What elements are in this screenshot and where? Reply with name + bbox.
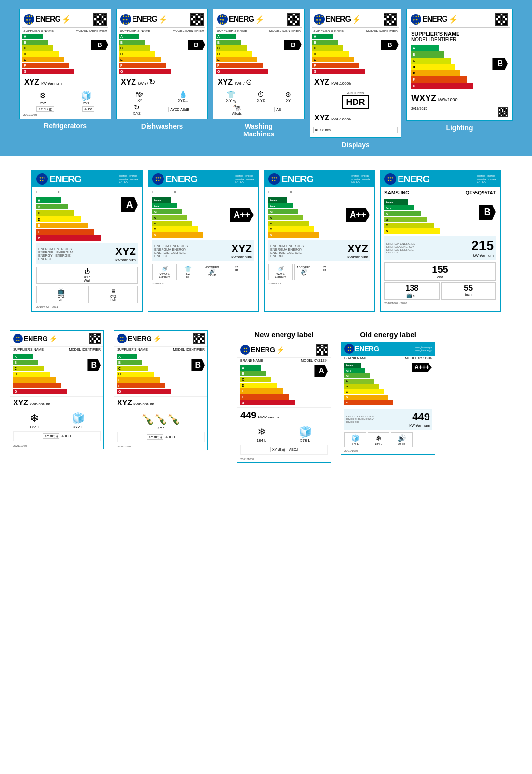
nl-comp-header: ★★★★ ENERG⚡ [237, 342, 331, 358]
wm-icon-row2: 🐄 ABcds ABm [216, 104, 302, 115]
wm-water-val: ABcds [232, 112, 242, 115]
bar-f: F [22, 63, 69, 68]
bar-d: D [22, 51, 59, 57]
fn2-header: ★★★★ ENERG⚡ [114, 331, 207, 347]
old-bar-a: A [344, 379, 374, 384]
wm-water: 🐄 [233, 104, 241, 111]
dw-icon-row1: 🍽 XY 💧 XYZ... [119, 90, 205, 102]
nl3-noise-db-val: .YZ [301, 274, 306, 277]
nl1-icon-screen: 📺 XYZ cm [36, 286, 86, 303]
nl1-eu-stars: ★★★★ ★ [36, 173, 48, 185]
dw-icon-row2: ↻ X:YZ AYCD ABdB [119, 104, 205, 115]
nl2-bar-d: D [152, 232, 203, 238]
gap-2 [0, 320, 532, 326]
fn1-model: MODEL IDENTIFIER [69, 348, 101, 351]
old-fridge-icon: 🧊 [351, 434, 359, 442]
nlc-icons: ❄ 184 L 🧊 578 L [237, 423, 331, 445]
samsung-bar-app: A++ [384, 205, 414, 210]
samsung-name: SAMSUNG [384, 190, 409, 195]
model-id: MODEL IDENTIFIER [76, 29, 107, 32]
nl2-energy-unit: kWh/annum [231, 255, 252, 259]
qr-code-disp [384, 13, 397, 26]
fn1-noise-box: XY dB))) [43, 433, 59, 439]
monitor-icon-nl1: 🖥 [110, 288, 116, 295]
old-icon-freeze: ❄ 184 L [368, 432, 389, 447]
scale-rating: A B C D E F G B [22, 34, 108, 74]
light-bottom: 2019/2015 [409, 105, 510, 118]
samsung-bar-c: D [384, 228, 440, 234]
fn1-fridge-box: 🧊 XYZ L [72, 412, 85, 429]
nl2-energy-section: ENERGIA ENERGIESENERGIJA ENERGYENERGIE E… [152, 240, 254, 261]
supplier-row: SUPPLIER'S NAME MODEL IDENTIFIER [22, 29, 108, 32]
fn2-wine-val: XYZ [157, 426, 165, 430]
fn1-scale-bars: A B C D E F G [13, 354, 85, 394]
water-icon-nl3: 🚿 [277, 266, 284, 272]
energy-value-disp: XYZ [313, 76, 330, 88]
nl2-top-band: ★★★★ ★ ENERG energia · energiaenergija ·… [148, 171, 258, 187]
light-energy-value: WXYZ [411, 93, 436, 103]
supplier-row-wm: SUPPLIER'S NAME MODEL IDENTIFIER [216, 29, 302, 32]
nl3-icon-noise-class: ABCDEFG 🔊 .YZ [294, 264, 313, 280]
dw-bar-g: G [119, 69, 171, 74]
fn1-eu: ★★★★ [13, 334, 23, 343]
energy-label-dishwasher: ★★★★ ★★★★ ENERG⚡ SUPPLIER'S NAME MODEL I… [116, 9, 208, 119]
new-label-samsung: ★★★★ ★ ENERG energia · energiaenergija ·… [380, 170, 501, 312]
fn2-bar-f: F [117, 383, 165, 388]
energ-text-wm: ENERG [229, 15, 254, 24]
category-label-washing: WashingMachines [243, 122, 274, 138]
nl1-bar-f: F [36, 229, 94, 235]
category-refrigerators: ★★★★ ★★★★ ENERG⚡ SUPPLIER'S NAME MODEL I… [19, 9, 111, 149]
disp-bar-f: F [312, 63, 359, 68]
clock-icon: ⏱ [257, 90, 264, 98]
old-bar-c: C [344, 389, 384, 394]
nl1-energ: ENERG [49, 174, 81, 185]
energy-label-washing: ★★★★ ★★★★ ENERG⚡ SUPPLIER'S NAME MODEL I… [213, 9, 305, 119]
nl1-bar-g: G [36, 235, 101, 241]
old-comp-eu: ★★★★ [344, 344, 354, 354]
samsung-watt-unit: Watt [437, 275, 443, 279]
samsung-energ: ENERG [398, 174, 429, 185]
nl2-full-scale: A+++ A++ A+ A B C D [152, 197, 228, 238]
nl2-icons-grid: 🚿 VWXYZ L/annum 👕 Y,Z kg ABCDEFG 🔊 YZ dB [152, 264, 254, 280]
old-label-title: Old energy label [341, 330, 435, 339]
energy-label-fridge: ★★★★ ★★★★ ENERG⚡ SUPPLIER'S NAME MODEL I… [19, 9, 111, 119]
nl2-reg: 2010/XYZ [152, 282, 254, 285]
fn1-snow-val: XYZ L [29, 425, 40, 429]
samsung-inch-val: 55 [464, 284, 473, 293]
supplier-name-dw: SUPPLIER'S NAME [120, 29, 150, 32]
rating-arrow: B [91, 40, 108, 50]
wm-bar-e: E [216, 57, 257, 62]
old-freeze-icon: ❄ [376, 434, 382, 442]
nl1-cm-val: XYZ [58, 295, 65, 298]
nl1-bar-c: C [36, 210, 74, 216]
bar-g: G [22, 69, 74, 74]
energ-logo: ★★★★ ★★★★ ENERG⚡ [24, 14, 71, 25]
light-scale-bars: A B C D E F G [411, 45, 490, 89]
lightning-icon: ⚡ [61, 15, 71, 24]
nl1-logo: ★★★★ ★ ENERG [36, 173, 81, 185]
old-comp-reg-bottom: 2021/1060 [341, 448, 435, 454]
bar-a: A [22, 34, 43, 39]
samsung-watt-val: 155 [432, 264, 448, 275]
nl-comp-scale-rating: A B C D E F G A [237, 363, 331, 407]
wm-clock-icon: ⏱ X:YZ [257, 90, 265, 102]
dw-cycle: ↻ [134, 104, 140, 111]
eu-stars-icon: ★★★★ ★★★★ [24, 14, 34, 25]
energy-unit-dw: kWh / [138, 81, 148, 86]
fn1-bar-e: E [13, 377, 56, 383]
energ-header-wm: ★★★★ ★★★★ ENERG⚡ [216, 12, 302, 28]
nlc-noise-row: XY dB))) ABCd [240, 445, 328, 455]
fn2-reg-bottom: 2021/1060 [114, 444, 207, 450]
nl1-reg: 2010/XYZ · 2011 [36, 305, 138, 308]
nlc-bar-b: B [240, 371, 266, 376]
nl3-energy-unit: kWh/annum [347, 255, 368, 259]
old-comp-icons: 🧊 578 L ❄ 184 L 🔊 39 dB [341, 431, 435, 448]
samsung-cm-box: 138 📺 cm [384, 282, 440, 300]
rating-arrow-dw: B [188, 40, 205, 50]
light-rating-arrow: B [492, 58, 508, 70]
fn1-fridge-icon: 🧊 [72, 412, 85, 425]
bottom-bar: 2021/1060 [22, 113, 108, 116]
light-reg: 2019/2015 [411, 107, 427, 117]
nl3-bar-appp: A+++ [268, 197, 287, 203]
wm-bar-a: A [216, 34, 236, 39]
